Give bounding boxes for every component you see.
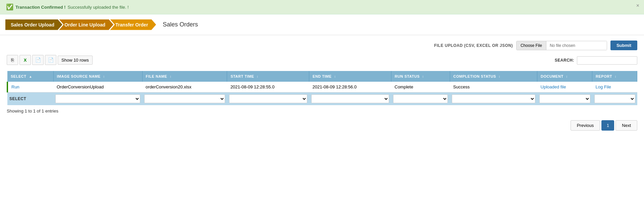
breadcrumb-nav: Sales Order Upload Order Line Upload Tra… <box>0 14 644 35</box>
filter-report-select[interactable] <box>594 94 635 103</box>
search-input[interactable] <box>577 56 637 65</box>
csv-button[interactable]: 📄 <box>32 55 44 65</box>
csv-icon: 📄 <box>35 57 41 63</box>
col-end-time[interactable]: END TIME ↕ <box>309 71 391 82</box>
breadcrumb-item-transfer-order[interactable]: Transfer Order <box>110 19 156 30</box>
show-rows-button[interactable]: Show 10 rows <box>58 56 93 65</box>
no-file-text: No file chosen <box>546 41 607 50</box>
filter-report[interactable] <box>592 92 637 105</box>
breadcrumb-label-sales-order-upload: Sales Order Upload <box>11 22 54 27</box>
filter-start-time-select[interactable] <box>229 94 307 103</box>
cell-file-name: orderConversion20.xlsx <box>142 82 227 92</box>
data-table: SELECT ▲ IMAGE SOURCE NAME ↕ FILE NAME ↕… <box>7 71 637 105</box>
pdf-button[interactable]: 📄 <box>45 55 56 65</box>
filter-end-time[interactable] <box>309 92 391 105</box>
sort-icon-run: ↕ <box>422 75 424 78</box>
success-banner: ✅ Transaction Confirmed ! Successfully u… <box>0 0 644 14</box>
entries-info: Showing 1 to 1 of 1 entries <box>7 105 637 117</box>
sort-icon-file: ↕ <box>170 75 172 78</box>
sort-icon-start: ↕ <box>257 75 259 78</box>
cell-completion-status: Success <box>450 82 537 92</box>
filter-completion-status[interactable] <box>450 92 537 105</box>
col-image-source-name[interactable]: IMAGE SOURCE NAME ↕ <box>53 71 142 82</box>
next-button[interactable]: Next <box>615 120 637 131</box>
filter-row: SELECT <box>7 92 637 105</box>
banner-bold-text: Transaction Confirmed ! <box>15 5 66 10</box>
cell-select: Run <box>7 82 53 92</box>
filter-start-time[interactable] <box>227 92 309 105</box>
check-icon: ✅ <box>6 3 13 11</box>
filter-run-status[interactable] <box>391 92 450 105</box>
breadcrumb-item-sales-order-upload[interactable]: Sales Order Upload <box>5 19 62 30</box>
filter-end-time-select[interactable] <box>311 94 389 103</box>
filter-completion-status-select[interactable] <box>452 94 535 103</box>
col-select[interactable]: SELECT ▲ <box>7 71 53 82</box>
col-completion-status[interactable]: COMPLETION STATUS ↕ <box>450 71 537 82</box>
copy-button[interactable]: ⎘ <box>7 55 18 65</box>
sort-icon-image: ↕ <box>103 75 105 78</box>
previous-button[interactable]: Previous <box>571 120 600 131</box>
page-1-button[interactable]: 1 <box>601 120 614 131</box>
cell-run-status: Complete <box>391 82 450 92</box>
filter-document[interactable] <box>537 92 592 105</box>
pdf-icon: 📄 <box>48 57 54 63</box>
sort-icon-report: ↕ <box>615 75 617 78</box>
file-upload-row: FILE UPLOAD (CSV, EXCEL OR JSON) Choose … <box>7 41 637 50</box>
log-file-link[interactable]: Log File <box>596 84 611 89</box>
sort-icon-document: ↕ <box>566 75 568 78</box>
copy-icon: ⎘ <box>11 57 14 63</box>
sort-icon-completion: ↕ <box>498 75 500 78</box>
table-row: Run OrderConversionUpload orderConversio… <box>7 82 637 92</box>
submit-button[interactable]: Submit <box>610 41 637 50</box>
col-document[interactable]: DOCUMENT ↕ <box>537 71 592 82</box>
main-content: FILE UPLOAD (CSV, EXCEL OR JSON) Choose … <box>0 35 644 139</box>
filter-select-label: SELECT <box>7 92 53 105</box>
filter-file-name-select[interactable] <box>144 94 225 103</box>
excel-button[interactable]: X <box>19 55 31 65</box>
excel-icon: X <box>24 58 27 63</box>
banner-close-button[interactable]: × <box>636 3 639 9</box>
sort-icon-end: ↕ <box>334 75 336 78</box>
cell-report: Log File <box>592 82 637 92</box>
search-label: SEARCH: <box>555 58 574 63</box>
col-report[interactable]: REPORT ↕ <box>592 71 637 82</box>
run-link[interactable]: Run <box>11 84 19 89</box>
filter-file-name[interactable] <box>142 92 227 105</box>
cell-end-time: 2021-08-09 12:28:56.0 <box>309 82 391 92</box>
cell-image-source-name: OrderConversionUpload <box>53 82 142 92</box>
file-input-wrapper: Choose File No file chosen <box>516 41 607 50</box>
col-run-status[interactable]: RUN STATUS ↕ <box>391 71 450 82</box>
pagination-row: Previous 1 Next <box>7 117 637 134</box>
choose-file-button[interactable]: Choose File <box>517 41 546 50</box>
uploaded-file-link[interactable]: Uploaded file <box>541 84 566 89</box>
page-title: Sales Orders <box>163 18 198 31</box>
banner-normal-text: Successfully uploaded the file. ! <box>68 5 129 10</box>
col-start-time[interactable]: START TIME ↕ <box>227 71 309 82</box>
breadcrumb-label-transfer-order: Transfer Order <box>115 22 148 27</box>
cell-start-time: 2021-08-09 12:28:55.0 <box>227 82 309 92</box>
filter-run-status-select[interactable] <box>393 94 448 103</box>
file-upload-label: FILE UPLOAD (CSV, EXCEL OR JSON) <box>434 43 513 48</box>
sort-icon-select: ▲ <box>29 75 32 78</box>
cell-document: Uploaded file <box>537 82 592 92</box>
toolbar-row: ⎘ X 📄 📄 Show 10 rows <box>7 55 93 65</box>
filter-image-source-select[interactable] <box>55 94 140 103</box>
table-header-row: SELECT ▲ IMAGE SOURCE NAME ↕ FILE NAME ↕… <box>7 71 637 82</box>
breadcrumb-label-order-line-upload: Order Line Upload <box>64 22 105 27</box>
breadcrumb-item-order-line-upload[interactable]: Order Line Upload <box>59 19 113 30</box>
filter-document-select[interactable] <box>539 94 590 103</box>
filter-image-source[interactable] <box>53 92 142 105</box>
col-file-name[interactable]: FILE NAME ↕ <box>142 71 227 82</box>
search-row: SEARCH: <box>555 56 637 65</box>
